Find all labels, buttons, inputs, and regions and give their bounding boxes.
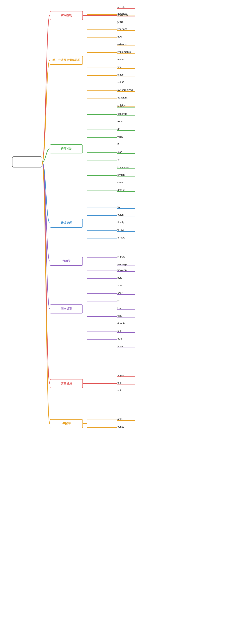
leaf-underline-access-1 — [117, 16, 135, 16]
leaf-control-7: for — [117, 158, 120, 161]
category-class: 类、方法及变量修饰符 — [50, 56, 83, 65]
leaf-class-8: static — [117, 73, 123, 76]
leaf-underline-class-11 — [117, 99, 135, 99]
leaf-underline-class-4 — [117, 46, 135, 46]
leaf-underline-class-9 — [117, 84, 135, 84]
leaf-underline-control-7 — [117, 161, 135, 161]
leaf-class-3: new — [117, 35, 122, 38]
leaf-underline-class-1 — [117, 23, 135, 23]
leaf-varref-2: void — [117, 389, 122, 392]
leaf-underline-reserved-1 — [117, 428, 135, 428]
leaf-control-9: switch — [117, 173, 125, 176]
leaf-control-4: while — [117, 135, 123, 138]
leaf-access-0: private — [117, 6, 125, 8]
leaf-basic-4: int — [117, 299, 120, 302]
leaf-basic-1: byte — [117, 276, 122, 279]
leaf-underline-control-10 — [117, 184, 135, 184]
leaf-reserved-1: const — [117, 425, 124, 428]
leaf-underline-basic-2 — [117, 286, 135, 287]
leaf-underline-control-11 — [117, 191, 135, 192]
leaf-underline-reserved-0 — [117, 420, 135, 421]
category-basic: 基本类型 — [50, 304, 83, 314]
leaf-class-6: native — [117, 58, 124, 61]
leaf-underline-basic-5 — [117, 310, 135, 310]
leaf-class-7: final — [117, 66, 122, 68]
leaf-underline-class-7 — [117, 68, 135, 69]
leaf-class-1: class — [117, 20, 123, 23]
leaf-class-0: abstract — [117, 12, 127, 15]
leaf-error-0: try — [117, 206, 120, 208]
leaf-underline-control-0 — [117, 108, 135, 108]
leaf-underline-basic-4 — [117, 302, 135, 302]
leaf-varref-0: super — [117, 374, 124, 377]
leaf-basic-3: char — [117, 292, 122, 294]
leaf-class-9: strictfp — [117, 81, 125, 84]
leaf-error-4: throws — [117, 236, 125, 239]
leaf-underline-class-6 — [117, 61, 135, 61]
leaf-underline-class-10 — [117, 91, 135, 92]
leaf-underline-control-1 — [117, 115, 135, 116]
leaf-underline-error-2 — [117, 224, 135, 224]
root-node — [12, 156, 42, 168]
leaf-underline-class-2 — [117, 30, 135, 31]
leaf-basic-9: true — [117, 337, 122, 340]
leaf-control-8: instanceof — [117, 166, 129, 169]
leaf-underline-class-5 — [117, 53, 135, 54]
leaf-underline-access-2 — [117, 24, 135, 24]
leaf-underline-varref-2 — [117, 392, 135, 392]
leaf-underline-varref-0 — [117, 376, 135, 377]
leaf-underline-basic-7 — [117, 325, 135, 325]
leaf-underline-control-3 — [117, 130, 135, 131]
leaf-underline-error-0 — [117, 208, 135, 209]
leaf-underline-error-3 — [117, 231, 135, 232]
leaf-error-2: finally — [117, 221, 124, 224]
leaf-underline-class-0 — [117, 15, 135, 16]
leaf-error-1: catch — [117, 213, 124, 216]
leaf-error-3: throw — [117, 228, 124, 232]
leaf-underline-basic-0 — [117, 271, 135, 272]
leaf-control-6: else — [117, 150, 122, 154]
category-access: 访问控制 — [50, 11, 83, 20]
leaf-underline-control-6 — [117, 153, 135, 154]
mindmap-container: 访问控制privateprotectedpublic类、方法及变量修饰符abst… — [0, 0, 239, 644]
leaf-underline-basic-1 — [117, 279, 135, 280]
leaf-underline-control-9 — [117, 176, 135, 176]
category-control: 程序控制 — [50, 144, 83, 154]
leaf-underline-access-0 — [117, 8, 135, 9]
leaf-control-0: break — [117, 105, 124, 108]
leaf-underline-control-8 — [117, 168, 135, 169]
leaf-underline-basic-8 — [117, 332, 135, 333]
leaf-control-2: return — [117, 120, 124, 123]
category-error: 错误处理 — [50, 218, 83, 228]
leaf-class-11: transient — [117, 96, 127, 99]
leaf-basic-8: null — [117, 330, 121, 332]
leaf-underline-basic-9 — [117, 340, 135, 340]
leaf-control-1: continue — [117, 112, 127, 115]
leaf-underline-control-2 — [117, 123, 135, 123]
leaf-underline-varref-1 — [117, 384, 135, 384]
leaf-package-0: import — [117, 255, 125, 258]
leaf-basic-7: double — [117, 322, 125, 325]
leaf-underline-error-1 — [117, 216, 135, 216]
leaf-basic-6: float — [117, 314, 122, 317]
leaf-underline-package-0 — [117, 258, 135, 258]
leaf-basic-10: false — [117, 345, 123, 348]
leaf-underline-basic-10 — [117, 348, 135, 348]
category-varref: 变量引用 — [50, 379, 83, 388]
leaf-class-5: implements — [117, 50, 131, 53]
leaf-class-2: interface — [117, 28, 127, 30]
category-package: 包相关 — [50, 257, 83, 266]
leaf-underline-control-4 — [117, 138, 135, 138]
category-reserved: 保留字 — [50, 419, 83, 428]
leaf-underline-package-1 — [117, 266, 135, 266]
leaf-underline-error-4 — [117, 239, 135, 239]
leaf-basic-2: short — [117, 284, 123, 287]
leaf-basic-0: boolean — [117, 268, 127, 272]
leaf-underline-basic-6 — [117, 317, 135, 318]
leaf-basic-5: long — [117, 307, 122, 310]
leaf-control-3: do — [117, 128, 120, 130]
leaf-package-1: package — [117, 263, 127, 266]
leaf-control-5: if — [117, 143, 119, 146]
leaf-underline-class-8 — [117, 76, 135, 76]
leaf-underline-control-5 — [117, 146, 135, 146]
